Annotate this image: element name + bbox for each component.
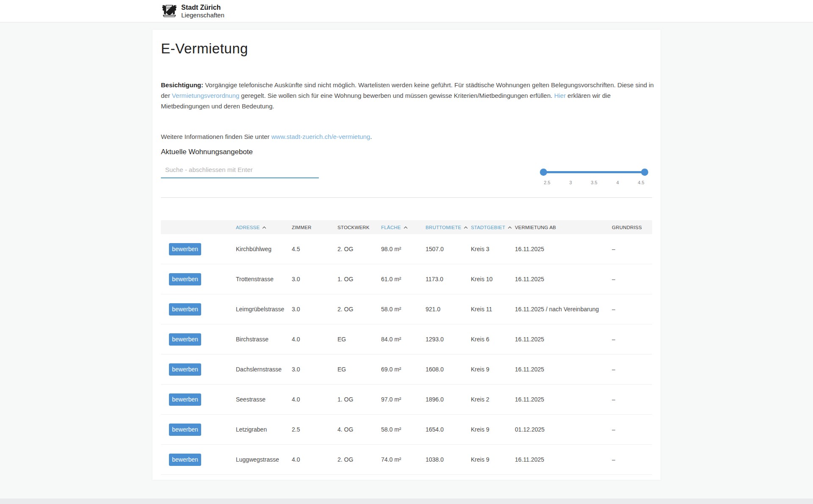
bewerben-button[interactable]: bewerben xyxy=(169,243,201,255)
cell-stadtgebiet: Kreis 9 xyxy=(471,456,515,463)
cell-zimmer: 3.0 xyxy=(292,276,337,282)
intro-paragraph: Besichtigung: Vorgängige telefonische Au… xyxy=(161,80,654,111)
cell-stadtgebiet: Kreis 6 xyxy=(471,336,515,343)
e-vermietung-link[interactable]: www.stadt-zuerich.ch/e-vermietung xyxy=(271,133,370,140)
slider-label: 4 xyxy=(611,180,625,185)
cell-zimmer: 3.0 xyxy=(292,366,337,373)
cell-action: bewerben xyxy=(161,243,236,255)
search-input[interactable] xyxy=(161,163,319,178)
cell-vermietung_ab: 16.11.2025 xyxy=(515,396,612,403)
cell-stockwerk: 1. OG xyxy=(337,276,381,282)
section-title: Aktuelle Wohnungsangebote xyxy=(161,148,253,156)
cell-stadtgebiet: Kreis 9 xyxy=(471,366,515,373)
bewerben-button[interactable]: bewerben xyxy=(169,454,201,466)
column-header-bruttomiete[interactable]: BRUTTOMIETE xyxy=(426,225,471,230)
cell-bruttomiete: 1507.0 xyxy=(426,246,471,252)
cell-vermietung_ab: 16.11.2025 xyxy=(515,276,612,282)
cell-bruttomiete: 1654.0 xyxy=(426,426,471,433)
brand-subtitle: Liegenschaften xyxy=(181,11,224,19)
slider-label: 3.5 xyxy=(587,180,601,185)
table-body: bewerbenKirchbühlweg4.52. OG98.0 m²1507.… xyxy=(161,234,652,475)
column-header-flaeche[interactable]: FLÄCHE xyxy=(381,225,426,230)
cell-stockwerk: 4. OG xyxy=(337,426,381,433)
brand-text: Stadt Zürich Liegenschaften xyxy=(181,4,224,19)
hier-link[interactable]: Hier xyxy=(554,92,566,99)
cell-adresse: Seestrasse xyxy=(236,396,292,403)
cell-adresse: Kirchbühlweg xyxy=(236,246,292,252)
zurich-crest-icon xyxy=(161,3,178,19)
bewerben-button[interactable]: bewerben xyxy=(169,393,201,406)
cell-stockwerk: 2. OG xyxy=(337,246,381,252)
cell-grundriss: – xyxy=(612,456,652,463)
bewerben-button[interactable]: bewerben xyxy=(169,424,201,436)
cell-grundriss: – xyxy=(612,366,652,373)
cell-bruttomiete: 1608.0 xyxy=(426,366,471,373)
cell-flaeche: 69.0 m² xyxy=(381,366,426,373)
column-header-label: ZIMMER xyxy=(292,225,312,230)
table-row: bewerbenLuggwegstrasse4.02. OG74.0 m²103… xyxy=(161,445,652,475)
slider-label: 3 xyxy=(564,180,578,185)
column-header-label: ADRESSE xyxy=(236,225,260,230)
table-row: bewerbenTrottenstrasse3.01. OG61.0 m²117… xyxy=(161,264,652,294)
cell-stockwerk: EG xyxy=(337,336,381,343)
cell-vermietung_ab: 16.11.2025 xyxy=(515,366,612,373)
column-header-label: VERMIETUNG AB xyxy=(515,225,556,230)
column-header-label: STOCKWERK xyxy=(337,225,370,230)
cell-grundriss: – xyxy=(612,246,652,252)
column-header-stockwerk: STOCKWERK xyxy=(337,225,381,230)
bewerben-button[interactable]: bewerben xyxy=(169,303,201,316)
info-paragraph: Weitere Informationen finden Sie unter w… xyxy=(161,131,654,142)
cell-bruttomiete: 1173.0 xyxy=(426,276,471,282)
table-row: bewerbenDachslernstrasse3.0EG69.0 m²1608… xyxy=(161,354,652,385)
listings-table: ADRESSEZIMMERSTOCKWERKFLÄCHEBRUTTOMIETES… xyxy=(161,220,652,475)
cell-adresse: Trottenstrasse xyxy=(236,276,292,282)
cell-grundriss: – xyxy=(612,336,652,343)
cell-adresse: Luggwegstrasse xyxy=(236,456,292,463)
slider-label: 4.5 xyxy=(634,180,648,185)
cell-bruttomiete: 1896.0 xyxy=(426,396,471,403)
cell-flaeche: 61.0 m² xyxy=(381,276,426,282)
page: Stadt Zürich Liegenschaften E-Vermietung… xyxy=(0,0,813,504)
cell-grundriss: – xyxy=(612,276,652,282)
column-header-label: FLÄCHE xyxy=(381,225,401,230)
cell-flaeche: 84.0 m² xyxy=(381,336,426,343)
column-header-label: STADTGEBIET xyxy=(471,225,505,230)
table-row: bewerbenLetzigraben2.54. OG58.0 m²1654.0… xyxy=(161,415,652,445)
cell-stadtgebiet: Kreis 3 xyxy=(471,246,515,252)
slider-labels: 2.533.544.5 xyxy=(540,180,648,185)
page-title: E-Vermietung xyxy=(161,41,248,57)
column-header-vermietung_ab: VERMIETUNG AB xyxy=(515,225,612,230)
sort-asc-icon xyxy=(404,226,407,230)
cell-stadtgebiet: Kreis 2 xyxy=(471,396,515,403)
column-header-adresse[interactable]: ADRESSE xyxy=(236,225,292,230)
cell-action: bewerben xyxy=(161,393,236,406)
slider-label: 2.5 xyxy=(540,180,554,185)
bewerben-button[interactable]: bewerben xyxy=(169,273,201,285)
cell-grundriss: – xyxy=(612,426,652,433)
cell-action: bewerben xyxy=(161,424,236,436)
text-segment: . xyxy=(370,133,372,140)
cell-vermietung_ab: 01.12.2025 xyxy=(515,426,612,433)
cell-adresse: Birchstrasse xyxy=(236,336,292,343)
slider-handle-max[interactable] xyxy=(641,169,648,176)
column-header-stadtgebiet[interactable]: STADTGEBIET xyxy=(471,225,515,230)
table-row: bewerbenBirchstrasse4.0EG84.0 m²1293.0Kr… xyxy=(161,324,652,354)
cell-vermietung_ab: 16.11.2025 / nach Vereinbarung xyxy=(515,306,612,313)
table-row: bewerbenKirchbühlweg4.52. OG98.0 m²1507.… xyxy=(161,234,652,264)
bewerben-button[interactable]: bewerben xyxy=(169,363,201,376)
cell-stockwerk: 2. OG xyxy=(337,306,381,313)
text-segment: Weitere Informationen finden Sie unter xyxy=(161,133,271,140)
table-row: bewerbenSeestrasse4.01. OG97.0 m²1896.0K… xyxy=(161,385,652,415)
slider-handle-min[interactable] xyxy=(540,169,547,176)
cell-vermietung_ab: 16.11.2025 xyxy=(515,336,612,343)
column-header-label: GRUNDRISS xyxy=(612,225,642,230)
text-segment-bold: Besichtigung: xyxy=(161,81,203,89)
cell-flaeche: 58.0 m² xyxy=(381,306,426,313)
cell-zimmer: 2.5 xyxy=(292,426,337,433)
bewerben-button[interactable]: bewerben xyxy=(169,333,201,346)
vermietungsverordnung-link[interactable]: Vermietungsverordnung xyxy=(172,92,239,99)
cell-zimmer: 4.0 xyxy=(292,456,337,463)
cell-bruttomiete: 1293.0 xyxy=(426,336,471,343)
slider-track[interactable] xyxy=(543,171,645,173)
cell-vermietung_ab: 16.11.2025 xyxy=(515,456,612,463)
